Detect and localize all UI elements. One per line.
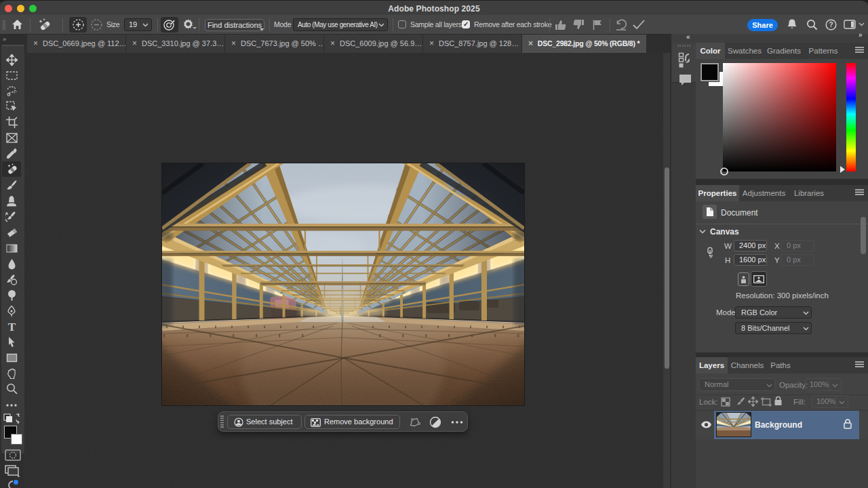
svg-text:T: T — [7, 321, 16, 332]
svg-text:?: ? — [829, 21, 833, 28]
